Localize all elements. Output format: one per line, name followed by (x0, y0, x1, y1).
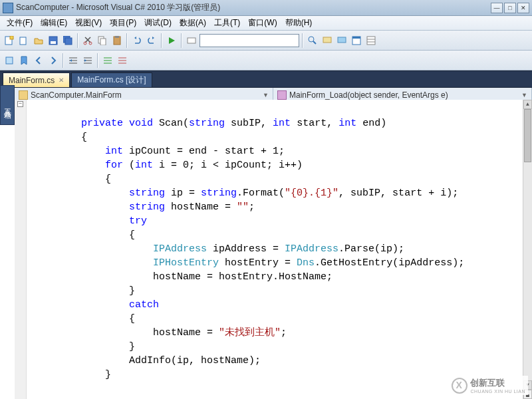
comment-lines-icon[interactable] (101, 54, 114, 67)
watermark-logo-icon (452, 378, 467, 394)
menu-file[interactable]: 文件(F) (3, 16, 37, 30)
start-debug-icon[interactable] (165, 34, 178, 47)
close-button[interactable]: ✕ (517, 3, 529, 13)
tab-mainform-design[interactable]: MainForm.cs [设计] (71, 72, 152, 87)
code-editor[interactable]: − private void Scan(string subIP, int st… (15, 100, 532, 399)
menu-debug[interactable]: 调试(D) (140, 16, 176, 30)
tab-close-icon[interactable]: ✕ (59, 76, 64, 84)
app-icon (3, 3, 13, 13)
code-area[interactable]: private void Scan(string subIP, int star… (27, 100, 523, 399)
copy-icon[interactable] (96, 34, 109, 47)
menu-project[interactable]: 项目(P) (106, 16, 140, 30)
collapse-region-icon[interactable]: − (17, 101, 23, 107)
method-icon (277, 90, 287, 100)
menu-tools[interactable]: 工具(T) (210, 16, 244, 30)
main-toolbar (0, 31, 532, 51)
solution-config-icon[interactable] (185, 34, 198, 47)
svg-rect-6 (65, 38, 72, 45)
watermark-subtext: CHUANG XIN HU LIAN (470, 389, 525, 394)
toolbox-panel-tab[interactable]: 工具箱 (0, 85, 15, 125)
svg-rect-4 (51, 41, 56, 44)
save-all-icon[interactable] (61, 34, 74, 47)
svg-rect-12 (115, 36, 119, 38)
tab-label: MainForm.cs [设计] (77, 74, 146, 86)
add-item-icon[interactable] (17, 34, 31, 47)
window-title: ScanComputer - Microsoft Visual C# 2010 … (16, 2, 491, 13)
open-icon[interactable] (32, 34, 45, 47)
menu-edit[interactable]: 编辑(E) (37, 16, 71, 30)
window-controls: — □ ✕ (491, 3, 529, 13)
paste-icon[interactable] (110, 34, 124, 47)
svg-point-14 (309, 37, 314, 42)
svg-rect-10 (100, 39, 106, 45)
comment-icon[interactable] (321, 34, 334, 47)
member-name: MainForm_Load(object sender, EventArgs e… (289, 90, 448, 100)
prev-bookmark-icon[interactable] (32, 54, 45, 67)
svg-rect-2 (20, 37, 26, 45)
solution-explorer-icon[interactable] (350, 34, 363, 47)
increase-indent-icon[interactable] (81, 54, 94, 67)
title-bar: ScanComputer - Microsoft Visual C# 2010 … (0, 0, 532, 16)
outlining-margin[interactable]: − (15, 100, 27, 399)
svg-rect-20 (6, 57, 13, 64)
toolbox-label: 工具箱 (3, 103, 13, 107)
chevron-down-icon: ▼ (521, 92, 527, 98)
menu-view[interactable]: 视图(V) (71, 16, 106, 30)
chevron-down-icon: ▼ (263, 92, 269, 98)
save-icon[interactable] (47, 34, 60, 47)
class-icon (19, 90, 28, 100)
redo-icon[interactable] (145, 34, 158, 47)
new-project-icon[interactable] (3, 34, 16, 47)
cut-icon[interactable] (81, 34, 94, 47)
menu-data[interactable]: 数据(A) (176, 16, 210, 30)
svg-rect-15 (323, 37, 331, 43)
watermark-text: 创新互联 (470, 377, 525, 389)
menu-window[interactable]: 窗口(W) (244, 16, 281, 30)
tab-label: MainForm.cs (9, 76, 55, 85)
svg-rect-13 (188, 38, 196, 43)
svg-rect-18 (352, 37, 360, 39)
find-icon[interactable] (306, 34, 319, 47)
class-name: ScanComputer.MainForm (31, 90, 122, 100)
vertical-scrollbar[interactable]: ▲ ▼ ▃ (523, 100, 532, 399)
uncomment-lines-icon[interactable] (116, 54, 129, 67)
decrease-indent-icon[interactable] (66, 54, 80, 67)
config-combo[interactable] (200, 34, 299, 47)
watermark: 创新互联 CHUANG XIN HU LIAN (449, 376, 528, 395)
svg-rect-1 (10, 36, 13, 39)
next-bookmark-icon[interactable] (47, 54, 60, 67)
uncomment-icon[interactable] (335, 34, 348, 47)
properties-icon[interactable] (364, 34, 378, 47)
menu-help[interactable]: 帮助(H) (281, 16, 317, 30)
minimize-button[interactable]: — (491, 3, 503, 13)
document-tabs: MainForm.cs ✕ MainForm.cs [设计] (0, 70, 532, 88)
display-object-icon[interactable] (3, 54, 16, 67)
svg-rect-19 (367, 37, 375, 45)
undo-icon[interactable] (130, 34, 144, 47)
maximize-button[interactable]: □ (504, 3, 516, 13)
scroll-up-icon[interactable]: ▲ (523, 100, 532, 109)
toggle-bookmark-icon[interactable] (17, 54, 31, 67)
svg-rect-16 (338, 37, 346, 43)
text-editor-toolbar (0, 51, 532, 70)
scroll-thumb[interactable] (524, 109, 531, 162)
menu-bar: 文件(F) 编辑(E) 视图(V) 项目(P) 调试(D) 数据(A) 工具(T… (0, 16, 532, 31)
